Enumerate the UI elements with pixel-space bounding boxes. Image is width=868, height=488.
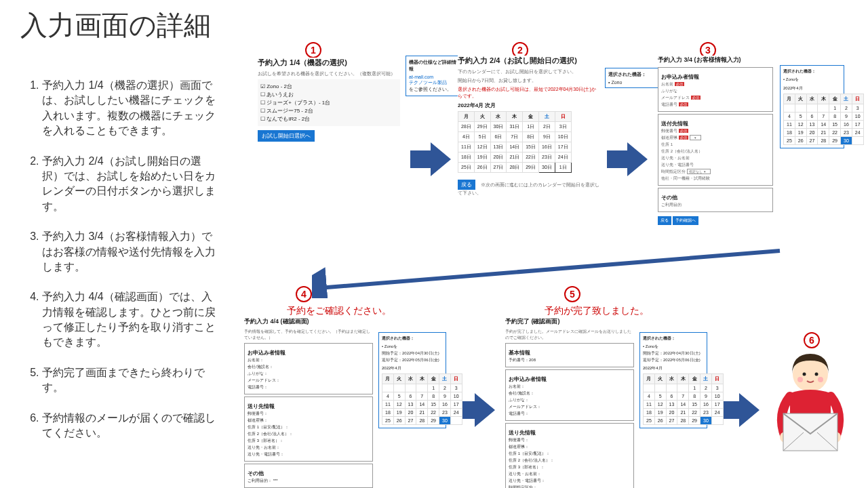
list-item: 予約入力 2/4（お試し開始日の選択）では、お試しを始めたい日をカレンダーの日付… [42, 154, 217, 215]
field-label: 住所 3（部署名）： [248, 438, 370, 444]
step-number-4: 4 [296, 286, 312, 302]
form-field: メールアドレス必須 [661, 95, 770, 101]
device-option[interactable]: ☐ ジョーズ+（プラス）- 1台 [260, 99, 397, 106]
mail-person-icon [766, 346, 854, 468]
panel-step4: 予約入力 4/4 (確認画面) 予約情報を確認して、予約を確定してください。（予… [244, 317, 373, 488]
field-label: 住所 1（目安/配送）： [248, 424, 370, 430]
field-label: お名前： [509, 384, 631, 390]
side-link[interactable]: テクノツール製品 [409, 79, 456, 86]
svg-marker-1 [607, 142, 648, 176]
list-item: 予約入力 4/4（確認画面）では、入力情報を確認します。ひとつ前に戻って修正した… [42, 289, 217, 350]
calendar-day-button[interactable]: 1日 [555, 163, 571, 173]
field-label: ふりがな： [248, 371, 370, 377]
side-note: をご参照ください。 [409, 86, 456, 93]
field-label: 住所 1（目安/配送）： [509, 451, 631, 457]
side-info-box: 機器の仕様など詳細情報 at-mall.com テクノツール製品 をご参照くださ… [406, 56, 460, 96]
arrow-icon [607, 142, 648, 176]
select-dropdown[interactable]: 指定なし [687, 169, 711, 174]
device-option[interactable]: ☐ スムージー75 - 2台 [260, 107, 397, 115]
back-button[interactable]: 戻る [458, 180, 475, 190]
sub-instruction: 予約が完了しました。メールアドレスに確認メールをお送りしましたのでご確認ください… [505, 329, 634, 341]
complete-heading: 予約が完了致しました。 [529, 305, 665, 317]
field-label: お名前： [248, 357, 370, 363]
side-title: 選択された機器： [608, 71, 656, 78]
form-field: 住所 2（会社/法人名） [661, 148, 770, 155]
field-label: 都道府県： [509, 444, 631, 450]
panel-step2: 予約入力 2/4（お試し開始日の選択) 下のカレンダーにて、お試し開始日を選択し… [458, 56, 600, 197]
field-label: ふりがな： [509, 397, 631, 403]
next-button[interactable]: お試し開始日選択へ [258, 130, 315, 142]
field-label: 住所 3（部署名）： [509, 464, 631, 470]
explanation-list: 予約入力 1/4（機器の選択）画面では、お試ししたい機器にチェックを入れいます。… [27, 78, 217, 455]
section-title: お申込み者情報 [661, 73, 770, 81]
mini-calendar: 月火水木金土日 123 45678910 11121314151617 1819… [783, 94, 864, 145]
arrow-icon [410, 142, 451, 176]
section-title: 送り先情報 [509, 429, 631, 436]
field-label: 送り先・電話番号： [509, 478, 631, 484]
step-number-1: 1 [305, 42, 321, 58]
field-label: 予約番号：208 [509, 357, 631, 363]
svg-line-5 [319, 251, 780, 288]
field-label: 電話番号： [509, 411, 631, 417]
side-info-box: 選択された機器： • Zonoを 開始予定：2022年04月30日(土) 返却予… [639, 332, 707, 428]
list-item: 予約入力 1/4（機器の選択）画面では、お試ししたい機器にチェックを入れいます。… [42, 78, 217, 139]
form-field: 都道府県必須 [661, 135, 770, 141]
field-label: メールアドレス： [248, 378, 370, 384]
calendar: 月火水木金土日 28日29日30日31日1日2日3日 4日5日6日7日8日9日1… [458, 111, 572, 173]
form-field: 送り先・お名前 [661, 155, 770, 161]
svg-point-7 [803, 373, 806, 376]
side-link[interactable]: at-mall.com [409, 75, 456, 79]
select-dropdown[interactable] [690, 135, 702, 140]
back-button[interactable]: 戻る [658, 216, 671, 225]
date-line: 開始予定：2022年04月30日(土) [643, 350, 704, 357]
svg-marker-3 [719, 393, 760, 427]
device-option[interactable]: ☐ なんでもIR2 - 2台 [260, 115, 397, 123]
instruction-text: 下のカレンダーにて、お試し開始日を選択して下さい。 [458, 68, 600, 75]
field-label: 時間指定区分： [509, 485, 631, 488]
calendar-day-button[interactable]: 30日 [538, 163, 555, 173]
panel-title: 予約入力 2/4（お試し開始日の選択) [458, 56, 600, 66]
date-line: 開始予定：2022年04月30日(土) [382, 350, 443, 357]
section-title: 送付先情報 [661, 120, 770, 127]
sub-instruction: 予約情報を確認して、予約を確定してください。（予約はまだ確定していません。） [244, 329, 373, 341]
panel-title: 予約入力 3/4 (お客様情報入力) [658, 56, 773, 64]
field-label: 会社/施設名： [509, 390, 631, 396]
panel-title: 予約入力 1/4（機器の選択) [258, 58, 400, 68]
next-button[interactable]: 予約確認へ [673, 216, 698, 225]
page-title: 入力画面の詳細 [20, 7, 211, 44]
form-field: 電話番号必須 [661, 102, 770, 108]
mini-calendar: 月火水木金土日 123 45678910 11121314151617 1819… [382, 373, 462, 425]
field-label: 送り先・電話番号： [248, 451, 370, 458]
svg-point-9 [797, 377, 803, 382]
section-title: 送り先情報 [248, 403, 370, 410]
date-line: 返却予定：2022年05月06日(金) [643, 357, 704, 363]
device-option[interactable]: ☐ あいうえお [260, 91, 397, 98]
arrow-icon [719, 393, 760, 427]
form-field: ご利用目的 [661, 202, 770, 208]
section-title: お申込み者情報 [248, 349, 370, 357]
instruction-text: お試しを希望される機器を選択してください。（複数選択可能） [258, 70, 400, 77]
form-field: 郵便番号必須 [661, 128, 770, 134]
field-label: 送り先・お名前： [509, 471, 631, 477]
side-info-box: 選択された機器： • Zonoを 2022年4月 月火水木金土日 123 456… [780, 65, 844, 148]
field-label: 住所 2（会社/法人名）： [509, 458, 631, 464]
svg-point-8 [815, 373, 818, 376]
device-option[interactable]: ☑ Zono - 2台 [260, 83, 397, 90]
instruction-text: 開始日から7日間、お貸し致します。 [458, 77, 600, 84]
field-label: 住所 2（会社/法人名）： [248, 431, 370, 437]
mini-calendar: 月火水木金土日 123 45678910 11121314151617 1819… [643, 373, 724, 425]
form-field: お名前必須 [661, 81, 770, 87]
form-field: 時間指定区分 指定なし [661, 169, 770, 175]
footer-note: ※次の画面に進むには上のカレンダーで開始日を選択して下さい。 [458, 182, 599, 195]
panel-step3: 予約入力 3/4 (お客様情報入力) お申込み者情報 お名前必須 ふりがな メー… [658, 56, 773, 225]
section-title: その他 [248, 470, 370, 477]
calendar-month: 2022年4月 次月 [458, 102, 600, 109]
mini-month: 2022年4月 [643, 365, 704, 371]
panel-step5: 予約完了 (確認画面) 予約が完了しました。メールアドレスに確認メールをお送りし… [505, 317, 634, 488]
form-field: 住所 1 [661, 142, 770, 148]
section-title: その他 [661, 194, 770, 201]
side-title: 選択された機器： [783, 68, 841, 75]
list-item: 予約情報のメールが届くので確認してください。 [42, 411, 217, 441]
warning-text: 選択された機器のお試し可能日は、最短で2022年04月30日(土)からです。 [458, 86, 600, 100]
section-title: お申込み者情報 [509, 375, 631, 383]
